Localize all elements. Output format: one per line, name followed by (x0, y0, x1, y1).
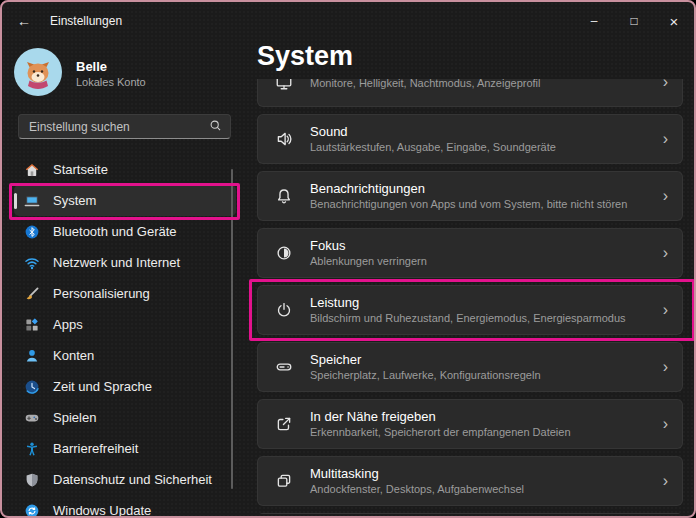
chevron-right-icon: › (663, 473, 668, 489)
chevron-right-icon: › (663, 131, 668, 147)
titlebar: ← Einstellungen – □ × (2, 2, 694, 40)
settings-row-leistung[interactable]: Leistung Bildschirm und Ruhezustand, Ene… (257, 285, 683, 335)
network-icon (24, 255, 40, 271)
search-box (18, 114, 231, 139)
sidebar-item-bluetooth-und-geraete[interactable]: Bluetooth und Geräte (14, 216, 236, 247)
search-icon (209, 118, 222, 136)
sidebar-item-spielen[interactable]: Spielen (14, 402, 236, 433)
settings-row-benachrichtigungen[interactable]: Benachrichtigungen Benachrichtigungen vo… (257, 171, 683, 221)
back-arrow-icon: ← (17, 13, 31, 29)
focus-icon (274, 244, 294, 262)
chevron-right-icon: › (663, 359, 668, 375)
sound-icon (274, 130, 294, 148)
home-icon (24, 162, 40, 178)
main-panel: System Monitore, Helligkeit, Nachtmodus,… (248, 40, 694, 516)
nearby-share-icon (274, 415, 294, 433)
multitasking-icon (274, 472, 294, 490)
chevron-right-icon: › (663, 245, 668, 261)
gaming-icon (24, 410, 40, 426)
bluetooth-icon (24, 224, 40, 240)
minimize-icon: – (591, 14, 598, 28)
close-icon: × (670, 13, 679, 30)
settings-window: ← Einstellungen – □ × (0, 0, 696, 518)
user-card[interactable]: Belle Lokales Konto (14, 48, 146, 100)
user-name: Belle (76, 59, 146, 75)
search-input[interactable] (27, 119, 209, 135)
accounts-icon (24, 348, 40, 364)
sidebar-item-startseite[interactable]: Startseite (14, 154, 236, 185)
maximize-icon: □ (630, 14, 637, 28)
settings-row-partial-bottom[interactable] (257, 513, 683, 514)
minimize-button[interactable]: – (574, 2, 614, 40)
display-icon (274, 79, 294, 91)
system-icon (24, 193, 40, 209)
sidebar-item-zeit-und-sprache[interactable]: Zeit und Sprache (14, 371, 236, 402)
sidebar-item-apps[interactable]: Apps (14, 309, 236, 340)
sidebar-scrollbar[interactable] (231, 169, 233, 489)
chevron-right-icon: › (663, 79, 668, 90)
user-avatar (14, 48, 62, 100)
sidebar-nav: Startseite System Bluetooth und Geräte N… (2, 154, 248, 516)
sidebar-item-netzwerk-und-internet[interactable]: Netzwerk und Internet (14, 247, 236, 278)
user-account-type: Lokales Konto (76, 75, 146, 89)
sidebar-item-system[interactable]: System (14, 185, 236, 216)
notifications-icon (274, 187, 294, 205)
personalization-icon (24, 286, 40, 302)
settings-row-multitasking[interactable]: Multitasking Andockfenster, Desktops, Au… (257, 456, 683, 506)
sidebar-item-datenschutz-und-sicherheit[interactable]: Datenschutz und Sicherheit (14, 464, 236, 495)
privacy-icon (24, 472, 40, 488)
settings-row-speicher[interactable]: Speicher Speicherplatz, Laufwerke, Konfi… (257, 342, 683, 392)
chevron-right-icon: › (663, 416, 668, 432)
chevron-right-icon: › (663, 302, 668, 318)
settings-row-fokus[interactable]: Fokus Ablenkungen verringern › (257, 228, 683, 278)
settings-row-sound[interactable]: Sound Lautstärkestufen, Ausgabe, Eingabe… (257, 114, 683, 164)
settings-row-display-partial[interactable]: Monitore, Helligkeit, Nachtmodus, Anzeig… (257, 79, 683, 107)
settings-list: Monitore, Helligkeit, Nachtmodus, Anzeig… (257, 79, 683, 514)
time-language-icon (24, 379, 40, 395)
apps-icon (24, 317, 40, 333)
sidebar-item-personalisierung[interactable]: Personalisierung (14, 278, 236, 309)
accessibility-icon (24, 441, 40, 457)
sidebar-item-windows-update[interactable]: Windows Update (14, 495, 236, 516)
windows-update-icon (24, 503, 40, 517)
sidebar-item-barrierefreiheit[interactable]: Barrierefreiheit (14, 433, 236, 464)
user-info: Belle Lokales Konto (76, 59, 146, 89)
storage-icon (274, 358, 294, 376)
chevron-right-icon: › (663, 188, 668, 204)
sidebar-item-konten[interactable]: Konten (14, 340, 236, 371)
window-controls: – □ × (574, 2, 694, 40)
close-button[interactable]: × (654, 2, 694, 40)
page-title: System (257, 41, 353, 72)
back-button[interactable]: ← (7, 8, 41, 34)
sidebar: Belle Lokales Konto Startseite System Bl… (2, 40, 248, 516)
power-icon (274, 301, 294, 319)
window-title: Einstellungen (50, 14, 122, 28)
maximize-button[interactable]: □ (614, 2, 654, 40)
settings-row-in-der-naehe-freigeben[interactable]: In der Nähe freigeben Erkennbarkeit, Spe… (257, 399, 683, 449)
